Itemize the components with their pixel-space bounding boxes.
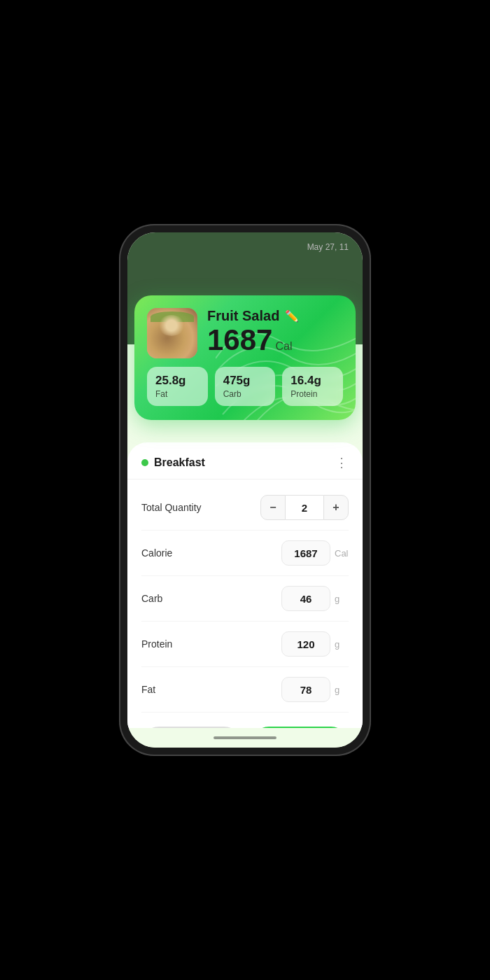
main-content: Breakfast ⋮ Total Quantity − 2 + Calorie: [127, 442, 363, 728]
protein-value-unit: 120 g: [281, 631, 349, 657]
decrement-button[interactable]: −: [260, 495, 286, 520]
form-area: Total Quantity − 2 + Calorie 1687 Cal: [127, 479, 363, 713]
calorie-unit: Cal: [335, 548, 349, 559]
section-title: Breakfast: [154, 456, 205, 469]
carb-value: 475g: [223, 374, 267, 388]
calorie-value: 1687: [281, 540, 330, 566]
phone-bottom-bar: [127, 728, 363, 748]
protein-row: Protein 120 g: [141, 622, 349, 667]
calories-unit: Cal: [275, 340, 292, 353]
section-title-row: Breakfast: [141, 456, 205, 469]
cancel-button[interactable]: Cancal: [141, 727, 241, 728]
calorie-label: Calorie: [141, 547, 172, 559]
fat-macro-chip: 25.8g Fat: [147, 367, 208, 406]
nutrition-card: Fruit Salad ✏️ 1687 Cal 25.8g Fat 475g C: [134, 295, 356, 420]
food-image-visual: [147, 308, 197, 358]
status-bar: May 27, 11: [127, 232, 363, 252]
fat-value: 78: [281, 677, 330, 702]
home-indicator: [214, 736, 276, 739]
protein-label: Protein: [290, 389, 335, 399]
more-icon[interactable]: ⋮: [335, 455, 349, 470]
macros-row: 25.8g Fat 475g Carb 16.4g Protein: [147, 367, 343, 406]
protein-macro-chip: 16.4g Protein: [282, 367, 343, 406]
carb-label: Carb: [223, 389, 267, 399]
fat-value-unit: 78 g: [281, 677, 349, 702]
carb-row: Carb 46 g: [141, 576, 349, 622]
carb-value-unit: 46 g: [281, 586, 349, 611]
breakfast-dot: [141, 459, 148, 466]
food-image: [147, 308, 197, 358]
section-header: Breakfast ⋮: [127, 442, 363, 479]
quantity-value: 2: [286, 495, 323, 520]
status-date: May 27, 11: [307, 242, 349, 252]
save-button[interactable]: Save: [251, 727, 349, 728]
carb-label: Carb: [141, 593, 162, 604]
calories-row: 1687 Cal: [207, 326, 343, 355]
protein-value: 120: [281, 631, 330, 657]
quantity-control: − 2 +: [260, 495, 349, 520]
phone-screen: May 27, 11: [127, 232, 363, 748]
edit-icon[interactable]: ✏️: [285, 309, 299, 323]
card-title-area: Fruit Salad ✏️ 1687 Cal: [207, 308, 343, 355]
calorie-value-unit: 1687 Cal: [281, 540, 349, 566]
carb-value: 46: [281, 586, 330, 611]
carb-unit: g: [335, 594, 349, 604]
fat-value: 25.8g: [155, 374, 200, 388]
carb-macro-chip: 475g Carb: [215, 367, 276, 406]
total-quantity-label: Total Quantity: [141, 502, 202, 513]
fat-label: Fat: [141, 684, 155, 695]
card-top-row: Fruit Salad ✏️ 1687 Cal: [147, 308, 343, 358]
fat-label: Fat: [155, 389, 200, 399]
food-name: Fruit Salad ✏️: [207, 308, 343, 324]
protein-label: Protein: [141, 638, 172, 650]
protein-value: 16.4g: [290, 374, 335, 388]
calorie-row: Calorie 1687 Cal: [141, 531, 349, 576]
fat-unit: g: [335, 685, 349, 695]
increment-button[interactable]: +: [323, 495, 349, 520]
total-quantity-row: Total Quantity − 2 +: [141, 485, 349, 531]
fat-row: Fat 78 g: [141, 667, 349, 713]
protein-unit: g: [335, 639, 349, 650]
bottom-buttons: Cancal Save: [127, 713, 363, 728]
phone-frame: May 27, 11: [119, 224, 371, 756]
calories-number: 1687: [207, 326, 272, 355]
